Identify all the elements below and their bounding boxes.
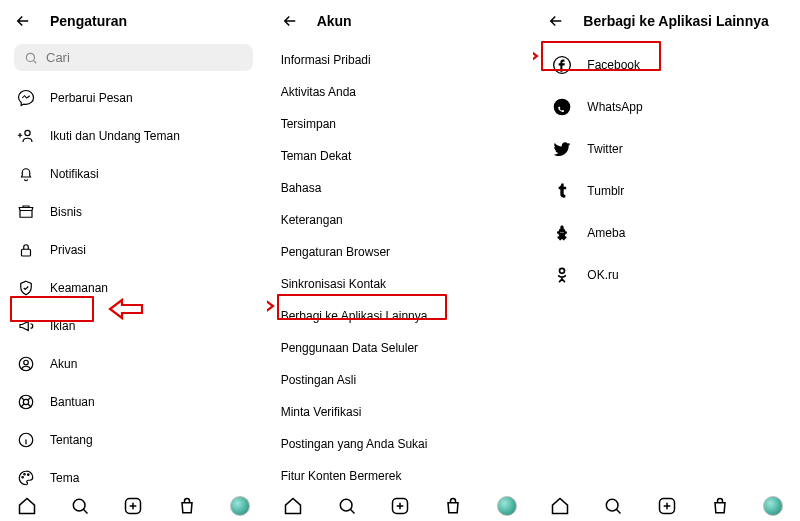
search-input[interactable] xyxy=(46,50,243,65)
row-label: OK.ru xyxy=(587,268,618,282)
back-icon[interactable] xyxy=(14,12,32,30)
row-privasi[interactable]: Privasi xyxy=(14,231,253,269)
tabset-2 xyxy=(267,490,534,521)
row-tentang[interactable]: Tentang xyxy=(14,421,253,459)
profile-icon[interactable] xyxy=(496,495,518,517)
arrow-to-facebook xyxy=(533,44,539,68)
profile-icon[interactable] xyxy=(762,495,784,517)
row-tema[interactable]: Tema xyxy=(14,459,253,490)
row-label: Tema xyxy=(50,471,79,485)
svg-point-10 xyxy=(28,474,30,476)
row-keterangan[interactable]: Keterangan xyxy=(281,204,520,236)
row-tersimpan[interactable]: Tersimpan xyxy=(281,108,520,140)
svg-point-8 xyxy=(22,477,24,479)
search-icon[interactable] xyxy=(69,495,91,517)
add-icon[interactable] xyxy=(122,495,144,517)
row-teman-dekat[interactable]: Teman Dekat xyxy=(281,140,520,172)
screen-akun: Akun Informasi Pribadi Aktivitas Anda Te… xyxy=(267,0,534,490)
storefront-icon xyxy=(16,202,36,222)
row-label: Bisnis xyxy=(50,205,82,219)
search-field[interactable] xyxy=(14,44,253,71)
svg-point-18 xyxy=(560,268,565,273)
back-icon[interactable] xyxy=(547,12,565,30)
arrow-to-akun xyxy=(108,297,144,321)
row-whatsapp[interactable]: WhatsApp xyxy=(547,86,786,128)
tabset-3 xyxy=(533,490,800,521)
person-circle-icon xyxy=(16,354,36,374)
svg-point-4 xyxy=(24,360,29,365)
home-icon[interactable] xyxy=(549,495,571,517)
page-title: Berbagi ke Aplikasi Lainnya xyxy=(583,13,768,29)
home-icon[interactable] xyxy=(16,495,38,517)
shop-icon[interactable] xyxy=(709,495,731,517)
row-label: Notifikasi xyxy=(50,167,99,181)
row-okru[interactable]: OK.ru xyxy=(547,254,786,296)
whatsapp-icon xyxy=(551,96,573,118)
row-label: Ameba xyxy=(587,226,625,240)
shop-icon[interactable] xyxy=(442,495,464,517)
bottom-nav xyxy=(0,490,800,521)
bell-icon xyxy=(16,164,36,184)
row-pengaturan-browser[interactable]: Pengaturan Browser xyxy=(281,236,520,268)
svg-point-17 xyxy=(554,99,571,116)
row-notifikasi[interactable]: Notifikasi xyxy=(14,155,253,193)
row-tumblr[interactable]: Tumblr xyxy=(547,170,786,212)
svg-point-21 xyxy=(340,499,352,511)
row-label: Perbarui Pesan xyxy=(50,91,133,105)
row-penggunaan-data[interactable]: Penggunaan Data Seluler xyxy=(281,332,520,364)
row-akun[interactable]: Akun xyxy=(14,345,253,383)
header: Pengaturan xyxy=(14,12,253,30)
row-ikuti-undang[interactable]: Ikuti dan Undang Teman xyxy=(14,117,253,155)
shield-icon xyxy=(16,278,36,298)
row-postingan-sukai[interactable]: Postingan yang Anda Sukai xyxy=(281,428,520,460)
row-perbarui-pesan[interactable]: Perbarui Pesan xyxy=(14,79,253,117)
row-label: Tentang xyxy=(50,433,93,447)
search-icon[interactable] xyxy=(336,495,358,517)
screen-pengaturan: Pengaturan Perbarui Pesan Ikuti dan Unda… xyxy=(0,0,267,490)
highlight-berbagi xyxy=(277,294,447,320)
row-bisnis[interactable]: Bisnis xyxy=(14,193,253,231)
messenger-icon xyxy=(16,88,36,108)
search-icon xyxy=(24,51,38,65)
svg-point-19 xyxy=(73,499,85,511)
row-aktivitas-anda[interactable]: Aktivitas Anda xyxy=(281,76,520,108)
lifebuoy-icon xyxy=(16,392,36,412)
row-ameba[interactable]: Ameba xyxy=(547,212,786,254)
palette-icon xyxy=(16,468,36,488)
row-postingan-asli[interactable]: Postingan Asli xyxy=(281,364,520,396)
twitter-icon xyxy=(551,138,573,160)
svg-point-1 xyxy=(25,130,30,135)
row-label: Privasi xyxy=(50,243,86,257)
svg-rect-2 xyxy=(22,249,31,256)
highlight-akun xyxy=(10,296,94,322)
row-twitter[interactable]: Twitter xyxy=(547,128,786,170)
header: Berbagi ke Aplikasi Lainnya xyxy=(547,12,786,30)
svg-point-0 xyxy=(26,53,34,61)
add-icon[interactable] xyxy=(389,495,411,517)
svg-point-6 xyxy=(23,399,28,404)
header: Akun xyxy=(281,12,520,30)
profile-icon[interactable] xyxy=(229,495,251,517)
svg-point-23 xyxy=(607,499,619,511)
row-label: WhatsApp xyxy=(587,100,642,114)
row-label: Akun xyxy=(50,357,77,371)
svg-point-9 xyxy=(24,474,26,476)
page-title: Pengaturan xyxy=(50,13,127,29)
row-bantuan[interactable]: Bantuan xyxy=(14,383,253,421)
row-informasi-pribadi[interactable]: Informasi Pribadi xyxy=(281,44,520,76)
info-icon xyxy=(16,430,36,450)
row-minta-verifikasi[interactable]: Minta Verifikasi xyxy=(281,396,520,428)
row-label: Bantuan xyxy=(50,395,95,409)
highlight-facebook xyxy=(541,41,661,71)
shop-icon[interactable] xyxy=(176,495,198,517)
lock-icon xyxy=(16,240,36,260)
back-icon[interactable] xyxy=(281,12,299,30)
home-icon[interactable] xyxy=(282,495,304,517)
arrow-to-berbagi xyxy=(267,294,275,318)
add-icon[interactable] xyxy=(656,495,678,517)
row-fitur-konten-bermerek[interactable]: Fitur Konten Bermerek xyxy=(281,460,520,490)
row-bahasa[interactable]: Bahasa xyxy=(281,172,520,204)
tabset-1 xyxy=(0,490,267,521)
ameba-icon xyxy=(551,222,573,244)
search-icon[interactable] xyxy=(602,495,624,517)
